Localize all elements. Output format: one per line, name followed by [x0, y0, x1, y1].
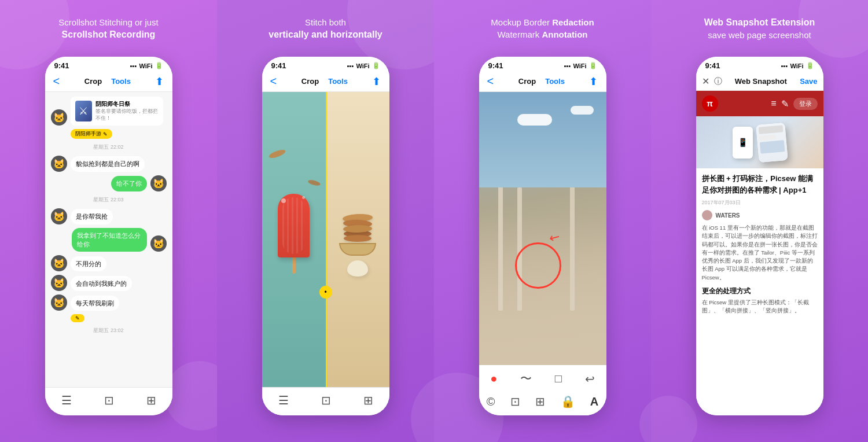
- popsicle-stick: [292, 257, 296, 274]
- panel3-title: Mockup Border Redaction Watermark Annota…: [491, 16, 594, 49]
- ann-draw-icon[interactable]: 〜: [520, 371, 532, 386]
- avatar-5: 🐱: [150, 235, 167, 252]
- web-logo: π: [702, 95, 718, 112]
- status-bar-1: 9:41 ▪▪▪ WiFi 🔋: [45, 57, 172, 72]
- bubble-6: 会自动到我账户的: [71, 276, 132, 292]
- chat-time-2: 星期五 22:03: [51, 196, 167, 204]
- panel-web-snapshot: Web Snapshot Extension save web page scr…: [651, 0, 868, 442]
- annotation-toolbar-1: ● 〜 □ ↩: [479, 365, 606, 391]
- toolbar-crop-icon[interactable]: ⊡: [104, 393, 114, 407]
- web-header: π ≡ ✎ 登录: [696, 91, 823, 116]
- edit-badge-2: ✎: [71, 314, 84, 322]
- web-edit-icon[interactable]: ✎: [781, 98, 789, 109]
- browser-title: Web Snapshot: [727, 77, 796, 86]
- web-content: 拼长图 + 打码标注，Picsew 能满足你对拼图的各种需求 | App+1 2…: [696, 168, 823, 415]
- nav-title-1: Crop Tools: [84, 77, 131, 86]
- building-screen: ↙: [479, 92, 606, 365]
- phone-toolbar-1: ☰ ⊡ ⊞: [45, 387, 172, 415]
- mochi: [347, 260, 368, 277]
- web-header-icons: ≡ ✎: [771, 98, 788, 109]
- toolbar-stitch-icon-2[interactable]: ⊞: [363, 393, 373, 407]
- upload-icon-2[interactable]: ⬆: [372, 75, 381, 88]
- chat-time-1: 星期五 22:02: [51, 143, 167, 151]
- web-article-image: 📱: [696, 116, 823, 168]
- avatar-3: 🐱: [150, 175, 167, 191]
- web-login-button[interactable]: 登录: [793, 98, 818, 110]
- browser-close-icon[interactable]: ✕: [702, 76, 709, 87]
- chat-row-left-4: 🐱 会自动到我账户的: [51, 275, 167, 291]
- card-image: ⚔: [75, 101, 92, 121]
- browser-bar: ✕ ⓘ Web Snapshot Save: [696, 72, 823, 91]
- ann-stitch-icon[interactable]: ⊞: [535, 395, 545, 408]
- panel-scrollshot: Scrollshot Stitching or just Scrollshot …: [0, 0, 217, 442]
- ann-lock-icon[interactable]: 🔒: [561, 395, 575, 408]
- article-title: 拼长图 + 打码标注，Picsew 能满足你对拼图的各种需求 | App+1: [702, 173, 818, 196]
- ann-crop-icon[interactable]: ⊡: [510, 395, 520, 408]
- web-menu-icon[interactable]: ≡: [771, 98, 776, 109]
- food-right: [326, 92, 389, 387]
- ann-mosaic-icon[interactable]: ©: [487, 395, 495, 408]
- avatar-7: 🐱: [51, 275, 67, 291]
- upload-icon-1[interactable]: ⬆: [155, 75, 164, 88]
- panel4-title: Web Snapshot Extension save web page scr…: [704, 16, 815, 49]
- split-handle[interactable]: •: [319, 286, 332, 299]
- web-screen: π ≡ ✎ 登录 📱: [696, 91, 823, 415]
- chat-row-left-2: 🐱 是你帮我抢: [51, 208, 167, 224]
- bowl: [339, 243, 376, 256]
- status-icons-3: ▪▪▪ WiFi 🔋: [564, 62, 597, 69]
- phone-screen-1: 🐱 ⚔ 阴阳师冬日祭 签名非要请你吃饭，拦都拦不住！ 阴阳师手游 ✎ 星期五: [45, 92, 172, 387]
- back-button-3[interactable]: <: [487, 75, 494, 88]
- status-bar-4: 9:41 ▪▪▪ WiFi 🔋: [696, 57, 823, 72]
- panel-stitch: Stitch both vertically and horizontally …: [217, 0, 434, 442]
- chat-row-left-5: 🐱 每天帮我刷刷: [51, 294, 167, 311]
- avatar-6: 🐱: [51, 255, 67, 271]
- upload-icon-3[interactable]: ⬆: [589, 75, 598, 88]
- avatar-4: 🐱: [51, 208, 67, 224]
- back-button-2[interactable]: <: [270, 75, 277, 88]
- phone-mockup-1: 9:41 ▪▪▪ WiFi 🔋 < Crop Tools ⬆ 🐱: [45, 57, 172, 415]
- toolbar-crop-icon-2[interactable]: ⊡: [321, 393, 331, 407]
- chat-time-3: 星期五 23:02: [51, 327, 167, 334]
- chat-row-left-3: 🐱 不用分的: [51, 255, 167, 271]
- chat-card-1: ⚔ 阴阳师冬日祭 签名非要请你吃饭，拦都拦不住！: [71, 97, 163, 126]
- ann-rect-icon[interactable]: □: [555, 372, 562, 385]
- article-section-title: 更全的处理方式: [702, 286, 818, 296]
- avatar-2: 🐱: [51, 156, 67, 172]
- browser-info-icon[interactable]: ⓘ: [714, 76, 722, 87]
- ann-record-icon[interactable]: ●: [490, 372, 497, 385]
- avatar-8: 🐱: [51, 294, 67, 311]
- split-divider: [326, 92, 327, 387]
- ann-text-icon[interactable]: A: [590, 395, 598, 408]
- popsicle-body: [278, 194, 310, 257]
- panel1-title: Scrollshot Stitching or just Scrollshot …: [58, 16, 159, 49]
- back-button-1[interactable]: <: [53, 75, 60, 88]
- app-nav-1: < Crop Tools ⬆: [45, 72, 172, 92]
- phone-mockup-2: 9:41 ▪▪▪ WiFi 🔋 < Crop Tools ⬆: [262, 57, 389, 415]
- toolbar-menu-icon-2[interactable]: ☰: [278, 393, 289, 407]
- annotation-toolbar-2: © ⊡ ⊞ 🔒 A: [479, 391, 606, 415]
- avatar-1: 🐱: [51, 109, 67, 126]
- status-bar-2: 9:41 ▪▪▪ WiFi 🔋: [262, 57, 389, 72]
- chat-row-left-1: 🐱 貌似抢到都是自己的啊: [51, 156, 167, 172]
- phone-toolbar-2: ☰ ⊡ ⊞: [262, 387, 389, 415]
- card-sub: 签名非要请你吃饭，拦都拦不住！: [95, 108, 159, 122]
- chip-5: [344, 235, 372, 242]
- app-nav-3: < Crop Tools ⬆: [479, 72, 606, 92]
- toolbar-menu-icon[interactable]: ☰: [61, 393, 72, 407]
- panel-annotation: Mockup Border Redaction Watermark Annota…: [434, 0, 651, 442]
- bubble-7: 每天帮我刷刷: [71, 296, 119, 311]
- toolbar-stitch-icon[interactable]: ⊞: [146, 393, 156, 407]
- circle-annotation: [515, 242, 561, 289]
- browser-save-button[interactable]: Save: [800, 77, 817, 86]
- status-icons-4: ▪▪▪ WiFi 🔋: [781, 62, 814, 69]
- article-author: WATERS: [702, 210, 818, 220]
- bubble-3: 是你帮我抢: [71, 209, 113, 224]
- edit-badge: 阴阳师手游 ✎: [71, 129, 112, 139]
- status-bar-3: 9:41 ▪▪▪ WiFi 🔋: [479, 57, 606, 72]
- phone-mockup-3: 9:41 ▪▪▪ WiFi 🔋 < Crop Tools ⬆: [479, 57, 606, 415]
- article-section-body: 在 Picsew 里提供了三种长图模式：「长截图」、「横向拼接」、「竖向拼接」。: [702, 299, 818, 315]
- ann-undo-icon[interactable]: ↩: [585, 372, 595, 386]
- card-title: 阴阳师冬日祭: [95, 100, 159, 108]
- phone-mockup-4: 9:41 ▪▪▪ WiFi 🔋 ✕ ⓘ Web Snapshot Save π: [696, 57, 823, 415]
- chat-msg-card: 🐱 ⚔ 阴阳师冬日祭 签名非要请你吃饭，拦都拦不住！: [51, 97, 167, 126]
